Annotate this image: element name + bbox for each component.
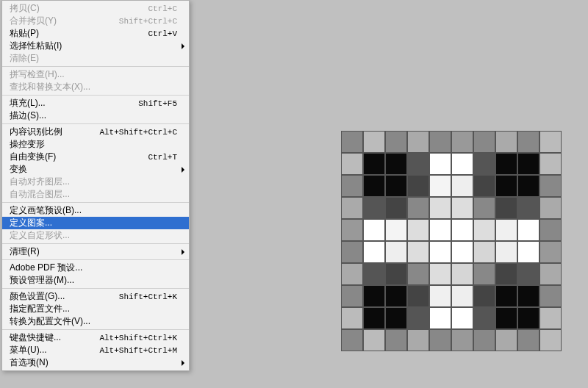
pixel [363,329,385,351]
pixel [517,175,539,197]
pixel [363,131,385,153]
menu-item[interactable]: 选择性粘贴(I) [2,40,189,52]
menu-item[interactable]: 定义画笔预设(B)... [2,204,189,217]
menu-item-label: 转换为配置文件(V)... [10,315,177,328]
menu-item[interactable]: 转换为配置文件(V)... [2,315,189,328]
pixel [385,131,407,153]
menu-item: 自动对齐图层... [2,176,189,188]
pixel [539,285,562,307]
pixel [429,241,451,263]
edit-context-menu[interactable]: 拷贝(C)Ctrl+C合并拷贝(Y)Shift+Ctrl+C粘贴(P)Ctrl+… [1,0,190,371]
menu-item[interactable]: 操控变形 [2,138,189,151]
pixel [539,263,562,285]
menu-item[interactable]: 菜单(U)...Alt+Shift+Ctrl+M [2,344,189,356]
menu-item[interactable]: 首选项(N) [2,356,189,369]
pixel [385,307,407,329]
pixel [451,329,473,351]
menu-item[interactable]: 颜色设置(G)...Shift+Ctrl+K [2,290,189,303]
pixel [407,241,429,263]
pixel [539,153,562,175]
menu-item[interactable]: 键盘快捷键...Alt+Shift+Ctrl+K [2,331,189,344]
menu-item[interactable]: 描边(S)... [2,109,189,122]
pixel [473,285,495,307]
pixel [341,263,363,285]
pixel [495,263,517,285]
menu-item-shortcut: Ctrl+V [148,29,177,38]
submenu-arrow-icon [182,43,184,49]
pixel [473,241,495,263]
pixel [363,263,385,285]
pixel [407,175,429,197]
menu-item-label: 键盘快捷键... [10,331,99,344]
pixel [495,307,517,329]
menu-item[interactable]: 清理(R) [2,245,189,258]
menu-item[interactable]: 变换 [2,163,189,176]
pixel [495,329,517,351]
menu-item: 合并拷贝(Y)Shift+Ctrl+C [2,15,189,27]
menu-item-label: 定义图案... [10,217,177,229]
pixel [451,241,473,263]
pixel [473,153,495,175]
pixel [385,329,407,351]
pixel [363,175,385,197]
menu-item-shortcut: Shift+Ctrl+C [119,17,177,26]
menu-item[interactable]: 定义图案... [2,217,189,229]
menu-item-label: 填充(L)... [10,97,138,109]
pixel [495,175,517,197]
menu-item[interactable]: 指定配置文件... [2,303,189,315]
submenu-arrow-icon [182,167,184,173]
pixel [429,263,451,285]
pixel [363,153,385,175]
menu-item[interactable]: 预设管理器(M)... [2,274,189,287]
pixel [385,153,407,175]
pixel [407,329,429,351]
pixel [363,219,385,241]
pixel [429,285,451,307]
pixel [473,329,495,351]
menu-item[interactable]: Adobe PDF 预设... [2,262,189,274]
menu-item[interactable]: 内容识别比例Alt+Shift+Ctrl+C [2,126,189,138]
pixel [495,153,517,175]
pixel [385,197,407,219]
pixel [517,285,539,307]
pixel [473,131,495,153]
pixel [341,219,363,241]
pixel [539,131,562,153]
menu-item-label: 变换 [10,163,177,176]
pixel [429,329,451,351]
pixel [517,219,539,241]
pixel [407,285,429,307]
menu-item-label: 选择性粘贴(I) [10,40,177,52]
menu-item-label: 查找和替换文本(X)... [10,81,177,93]
menu-item: 自动混合图层... [2,188,189,201]
menu-item-shortcut: Alt+Shift+Ctrl+M [99,346,177,355]
pixel [451,285,473,307]
pixel [451,175,473,197]
pixel [539,175,562,197]
pixel [473,307,495,329]
menu-item[interactable]: 自由变换(F)Ctrl+T [2,151,189,163]
menu-item-label: 操控变形 [10,138,177,151]
pixel [473,197,495,219]
pixel [407,197,429,219]
menu-item-label: 内容识别比例 [10,126,99,138]
pixel [385,219,407,241]
menu-item-label: 拼写检查(H)... [10,68,177,81]
menu-item-label: 自动混合图层... [10,188,177,201]
pixel [451,307,473,329]
menu-item-label: Adobe PDF 预设... [10,262,177,274]
pixel [385,285,407,307]
pixel [429,131,451,153]
pixel [517,153,539,175]
menu-item[interactable]: 填充(L)...Shift+F5 [2,97,189,109]
pixel [429,197,451,219]
pixel [407,219,429,241]
pixel [341,241,363,263]
menu-item-shortcut: Ctrl+C [148,4,177,13]
menu-item-label: 指定配置文件... [10,303,177,315]
menu-item[interactable]: 粘贴(P)Ctrl+V [2,27,189,40]
pixel [495,219,517,241]
pixel [385,263,407,285]
menu-item-label: 预设管理器(M)... [10,274,177,287]
pixel [539,241,562,263]
